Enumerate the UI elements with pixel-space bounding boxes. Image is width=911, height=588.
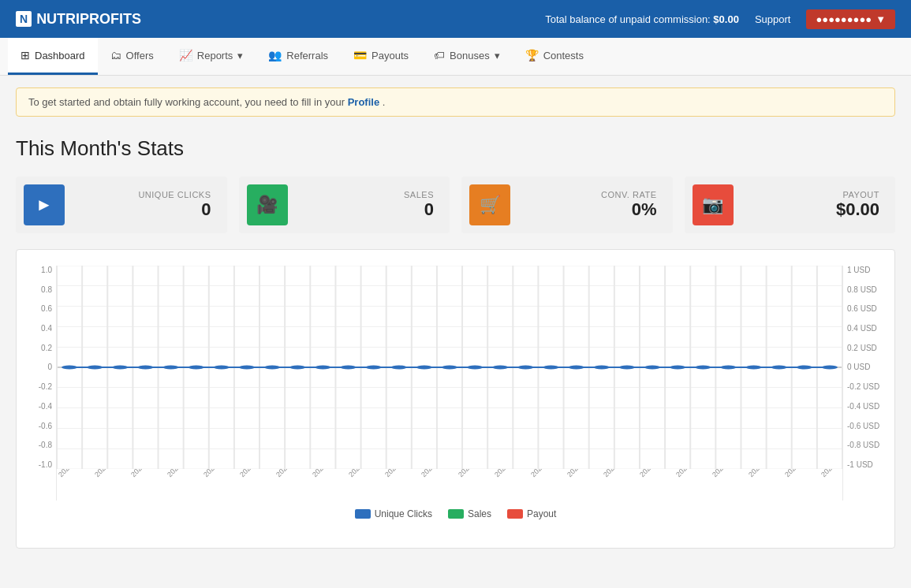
x-label: 2022-10-05 xyxy=(202,469,233,478)
chart-container: 1.00.80.60.40.20-0.2-0.4-0.6-0.8-1.0 202… xyxy=(16,249,895,549)
chart-legend: Unique ClicksSalesPayout xyxy=(24,508,887,519)
y-label-right: 0.2 USD xyxy=(847,344,877,352)
referrals-icon: 👥 xyxy=(268,49,282,61)
y-label-left: 0.4 xyxy=(41,324,52,333)
svg-point-56 xyxy=(391,365,407,369)
svg-point-62 xyxy=(543,365,559,369)
legend-item: Sales xyxy=(448,508,491,519)
sidebar-item-payouts[interactable]: 💳 Payouts xyxy=(341,38,421,75)
svg-point-53 xyxy=(315,365,330,369)
x-label: 2022-10-22 xyxy=(820,469,842,478)
x-label: 2022-10-21 xyxy=(783,469,815,478)
sidebar-item-offers[interactable]: 🗂 Offers xyxy=(98,38,166,75)
sales-icon-box: 🎥 xyxy=(247,184,288,225)
profile-link[interactable]: Profile xyxy=(348,96,379,108)
contests-icon: 🏆 xyxy=(525,49,539,61)
logo-icon: N xyxy=(16,11,32,27)
svg-point-61 xyxy=(517,365,533,369)
sidebar-item-reports[interactable]: 📈 Reports ▾ xyxy=(166,38,256,75)
reports-dropdown-icon: ▾ xyxy=(237,50,243,61)
x-label: 2022-10-17 xyxy=(638,469,670,478)
y-axis-right: 1 USD0.8 USD0.6 USD0.4 USD0.2 USD0 USD-0… xyxy=(843,266,887,469)
payout-label: PAYOUT xyxy=(842,190,879,199)
support-link[interactable]: Support xyxy=(755,13,791,25)
x-label: 2022-10-19 xyxy=(711,469,742,478)
y-label-right: 1 USD xyxy=(847,266,870,274)
y-label-left: -1.0 xyxy=(39,460,52,469)
x-label: 2022-10-04 xyxy=(166,469,197,478)
sidebar-item-contests[interactable]: 🏆 Contests xyxy=(513,38,596,75)
y-label-right: -0.6 USD xyxy=(847,422,879,430)
clicks-label: UNIQUE CLICKS xyxy=(138,190,211,199)
alert-banner: To get started and obtain fully working … xyxy=(16,87,895,117)
nav-label-bonuses: Bonuses xyxy=(450,50,490,61)
y-label-right: 0.6 USD xyxy=(847,304,877,313)
svg-point-64 xyxy=(594,365,610,369)
stat-card-sales: 🎥 SALES 0 xyxy=(239,177,450,233)
svg-point-71 xyxy=(771,365,787,369)
x-label: 2022-10-01 xyxy=(57,469,88,478)
nav-label-referrals: Referrals xyxy=(286,50,328,61)
user-menu-button[interactable]: ●●●●●●●●● ▼ xyxy=(806,9,895,29)
user-name: ●●●●●●●●● xyxy=(816,13,872,25)
header: N NUTRIPROFITS Total balance of unpaid c… xyxy=(0,0,911,38)
svg-point-44 xyxy=(87,365,103,369)
svg-point-66 xyxy=(644,365,660,369)
y-label-left: -0.8 xyxy=(39,441,52,449)
video-icon: 🎥 xyxy=(256,195,278,215)
sidebar-item-dashboard[interactable]: ⊞ Dashboard xyxy=(8,38,98,75)
offers-icon: 🗂 xyxy=(110,49,121,61)
legend-color xyxy=(448,509,464,519)
svg-point-60 xyxy=(492,365,508,369)
y-axis-left: 1.00.80.60.40.20-0.2-0.4-0.6-0.8-1.0 xyxy=(24,266,56,469)
chart-svg xyxy=(57,266,842,469)
conv-value: 0% xyxy=(632,199,657,220)
y-label-left: 0.8 xyxy=(41,285,52,294)
svg-point-65 xyxy=(619,365,635,369)
svg-point-68 xyxy=(695,365,711,369)
svg-point-55 xyxy=(366,365,382,369)
x-label: 2022-10-02 xyxy=(93,469,125,478)
nav-label-payouts: Payouts xyxy=(371,50,409,61)
x-label: 2022-10-18 xyxy=(674,469,706,478)
cart-icon: 🛒 xyxy=(480,195,501,215)
x-label: 2022-10-20 xyxy=(747,469,778,478)
x-label: 2022-10-11 xyxy=(420,469,451,478)
clicks-value: 0 xyxy=(201,199,211,220)
clicks-info: UNIQUE CLICKS 0 xyxy=(77,190,211,220)
svg-point-46 xyxy=(137,365,153,369)
cursor-icon: ► xyxy=(35,195,53,215)
x-label: 2022-10-06 xyxy=(238,469,270,478)
conv-icon-box: 🛒 xyxy=(469,184,510,225)
svg-point-69 xyxy=(720,365,736,369)
svg-point-63 xyxy=(569,365,584,369)
svg-point-58 xyxy=(442,365,457,369)
y-label-left: -0.2 xyxy=(39,382,52,391)
alert-text-after: . xyxy=(383,96,386,108)
balance-label: Total balance of unpaid commission: $0.0… xyxy=(545,13,739,25)
payouts-icon: 💳 xyxy=(353,49,367,61)
x-label: 2022-10-08 xyxy=(311,469,342,478)
y-label-right: 0.4 USD xyxy=(847,324,877,333)
chart-plot-area: 2022-10-012022-10-022022-10-032022-10-04… xyxy=(56,266,843,501)
x-label: 2022-10-12 xyxy=(457,469,488,478)
y-label-left: 1.0 xyxy=(41,266,52,274)
alert-text-before: To get started and obtain fully working … xyxy=(28,96,348,108)
legend-label: Sales xyxy=(468,508,491,519)
y-label-left: -0.6 xyxy=(39,422,52,430)
y-label-left: -0.4 xyxy=(39,402,52,411)
chart-inner: 1.00.80.60.40.20-0.2-0.4-0.6-0.8-1.0 202… xyxy=(24,266,887,501)
y-label-right: -0.4 USD xyxy=(847,402,879,411)
svg-point-51 xyxy=(264,365,280,369)
stats-row: ► UNIQUE CLICKS 0 🎥 SALES 0 🛒 CONV. RATE… xyxy=(16,177,895,233)
sidebar-item-referrals[interactable]: 👥 Referrals xyxy=(256,38,341,75)
dashboard-icon: ⊞ xyxy=(21,49,30,61)
y-label-right: -0.2 USD xyxy=(847,382,879,391)
svg-point-73 xyxy=(822,365,838,369)
logo-text: NUTRIPROFITS xyxy=(36,11,141,28)
legend-label: Payout xyxy=(527,508,556,519)
y-label-right: -0.8 USD xyxy=(847,441,879,449)
y-label-left: 0.2 xyxy=(41,344,52,352)
x-label: 2022-10-14 xyxy=(529,469,561,478)
sidebar-item-bonuses[interactable]: 🏷 Bonuses ▾ xyxy=(421,38,513,75)
